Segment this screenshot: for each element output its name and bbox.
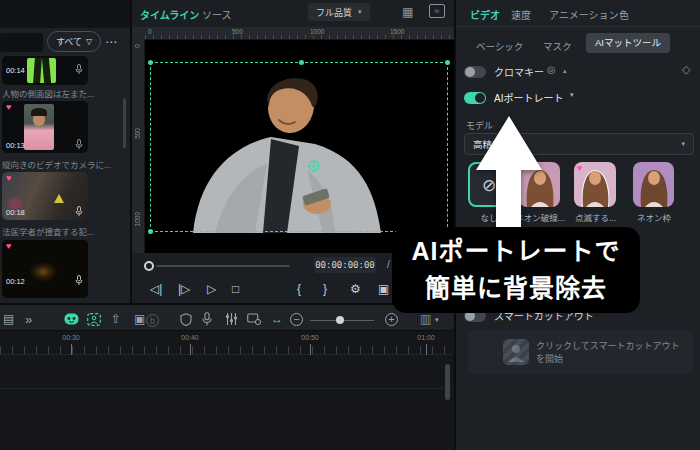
media-filter-button[interactable]: すべて ▽ [47,31,101,52]
timeline-tick-label: 00:30 [62,334,80,341]
none-icon: ⊘ [482,174,496,195]
media-more-button[interactable]: ⋯ [105,35,118,49]
seek-bar[interactable] [156,265,290,267]
zoom-in-button[interactable]: + [385,313,398,326]
media-item-crime-scene[interactable]: ♥ 00:18 [2,172,88,220]
selection-handle[interactable] [299,60,304,65]
mark-in-button[interactable]: { [297,282,301,296]
subtab-mask[interactable]: マスク [543,39,572,53]
snapshot-camera-button[interactable]: ▣ [378,282,389,296]
ruler-label: 1500 [390,28,404,35]
ruler-label: 1000 [310,28,324,35]
media-item-caption: 法医学者が捜査する犯... [2,225,129,237]
chroma-picker-icon[interactable]: ◎ [547,64,556,75]
chevron-down-icon[interactable]: ▾ [570,91,574,99]
collapse-section-icon[interactable]: ▴ [563,67,567,75]
pip-media-icon[interactable]: ▣ [134,313,145,325]
anchor-crosshair-icon[interactable] [307,159,321,173]
smart-cutout-icon [503,339,529,365]
quality-value: フル品質 [316,6,352,19]
timeline-toolbar: ▤ » ⇧ ▣ b [0,303,454,331]
ai-portrait-toggle[interactable] [464,92,486,104]
subtab-ai-mat-tool[interactable]: AIマットツール [586,33,670,53]
ruler-label: 1000 [134,212,141,226]
media-item-caption: 縦向きのビデオでカメラに... [2,158,129,170]
audio-mixer-icon[interactable] [225,313,238,325]
fit-timeline-icon[interactable]: ↔ [271,313,283,325]
clip-selection-box[interactable] [150,62,448,232]
speed-ramp-icon[interactable]: b [146,314,159,327]
chevron-down-icon[interactable]: ▾ [435,316,439,323]
stop-button[interactable]: □ [232,282,239,296]
auto-ripple-icon[interactable] [247,313,261,325]
effect-none-card[interactable]: ⊘ [468,162,510,207]
export-clip-icon[interactable]: ⇧ [111,313,121,325]
scope-monitor-icon[interactable]: ≈ [429,4,445,18]
split-view-icon[interactable]: ▦ [402,5,413,19]
timeline-tick-label: 00:40 [181,334,199,341]
media-select-tool-icon[interactable]: ▤ [3,313,14,325]
chevron-down-icon: ▾ [358,8,362,16]
selection-handle[interactable] [148,229,153,234]
previous-frame-button[interactable]: ◁| [150,282,162,296]
selection-handle[interactable] [445,60,450,65]
timecode-separator: / [387,259,390,270]
favorite-heart-icon: ♥ [577,164,582,173]
properties-panel: ビデオ 速度 アニメーション 色 ベーシック マスク AIマットツール クロマキ… [454,0,700,450]
timeline-ruler[interactable] [0,346,452,355]
play-button[interactable]: ▷ [207,282,216,296]
ai-assistant-icon[interactable] [64,312,79,326]
timeline-zoom-knob[interactable] [336,316,344,324]
tab-animation[interactable]: アニメーション [549,7,619,22]
media-scrollbar[interactable] [123,98,126,148]
effect-blink-card[interactable]: ♥ [574,162,616,207]
ruler-corner [132,27,145,40]
effect-neon-frame-card[interactable] [633,162,674,207]
effect-label: なし [468,211,510,223]
media-library-panel: すべて ▽ ⋯ 00:14 人物の側面図は左また... ♥ 00:13 [0,0,130,305]
tab-video[interactable]: ビデオ [470,7,500,22]
timeline-scrollbar[interactable] [445,364,450,400]
model-select[interactable]: 高精度 ▾ [464,133,694,155]
playback-quality-selector[interactable]: フル品質 ▾ [308,3,370,21]
effect-label: ネオン破線... [511,211,569,223]
effect-neon-dash-card[interactable] [519,162,560,207]
media-search-input[interactable] [0,33,43,52]
media-thumbnail-portrait [24,104,54,150]
ruler-label: 0 [134,44,141,48]
tab-speed[interactable]: 速度 [511,7,531,22]
zoom-out-button[interactable]: − [290,313,303,326]
tab-timeline[interactable]: タイムライン [140,7,199,22]
callout-line2: 簡単に背景除去 [425,270,607,308]
step-frame-button[interactable]: |▷ [178,282,190,296]
timeline-track-area[interactable]: 00:30 00:40 00:50 01:00 [0,331,454,450]
playhead-knob[interactable] [144,261,154,271]
ai-portrait-tool-icon[interactable] [87,313,101,326]
subtab-basic[interactable]: ベーシック [476,39,523,53]
tab-source[interactable]: ソース [202,7,232,22]
shield-drm-icon[interactable] [180,313,192,326]
smart-cutout-start-button[interactable]: クリックしてスマートカットアウトを開始 [468,330,693,374]
callout-line1: AIポートレートで [411,233,620,271]
track-manager-icon[interactable]: ▥ [420,313,431,325]
effect-thumbnail [633,162,674,207]
media-item-portrait[interactable]: ♥ 00:13 [2,101,88,153]
effect-label: ネオン枠 [628,211,680,223]
selection-handle[interactable] [148,60,153,65]
voiceover-icon [75,206,83,217]
media-item-dark-clip[interactable]: ♥ 00:12 [2,240,88,298]
record-voiceover-icon[interactable] [202,312,212,326]
chroma-key-toggle[interactable] [464,66,486,78]
voiceover-icon [75,64,83,75]
keyframe-diamond-icon[interactable]: ◇ [682,63,690,76]
tab-color[interactable]: 色 [619,7,629,22]
media-thumbnail-greenscreen [27,58,56,83]
horizontal-ruler: 0 500 1000 1500 [145,27,456,40]
chevron-down-icon: ▾ [681,140,685,148]
playback-settings-button[interactable]: ⚙ [350,282,361,296]
tutorial-callout: AIポートレートで 簡単に背景除去 [392,227,640,313]
media-item-greenscreen[interactable]: 00:14 [2,56,88,85]
collapse-panel-icon[interactable]: » [25,313,32,326]
preview-canvas[interactable] [145,40,456,253]
mark-out-button[interactable]: } [323,282,327,296]
